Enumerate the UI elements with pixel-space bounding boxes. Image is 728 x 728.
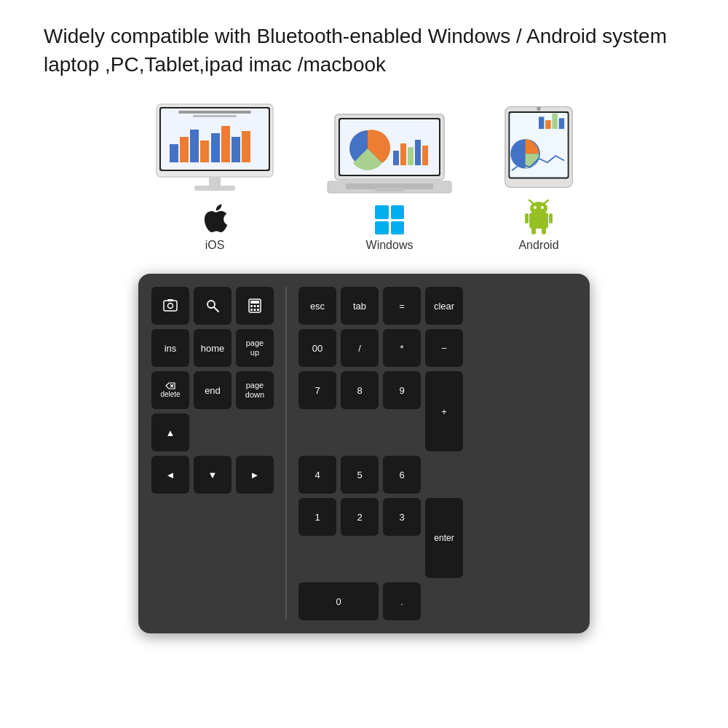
- svg-rect-45: [542, 227, 546, 234]
- tablet-image: [499, 103, 579, 191]
- left-row-1: [151, 287, 274, 325]
- pad-divider: [285, 287, 287, 620]
- svg-rect-22: [415, 140, 421, 165]
- windows-icon-area: Windows: [366, 205, 414, 252]
- svg-rect-26: [375, 188, 404, 191]
- svg-rect-46: [164, 301, 177, 311]
- svg-rect-31: [545, 120, 550, 129]
- svg-line-40: [529, 200, 533, 203]
- svg-rect-55: [257, 305, 259, 307]
- left-row-2: ins home pageup: [151, 329, 274, 367]
- svg-point-38: [534, 206, 537, 209]
- svg-rect-19: [393, 151, 399, 165]
- svg-rect-20: [400, 143, 406, 165]
- key-left[interactable]: ◄: [151, 456, 189, 494]
- windows-label: Windows: [366, 239, 414, 252]
- svg-rect-10: [242, 131, 250, 162]
- key-00[interactable]: 00: [298, 329, 336, 367]
- laptop-image: [324, 111, 455, 198]
- keyboard-section: ins home pageup delete end pagedown: [0, 266, 728, 641]
- key-right[interactable]: ►: [236, 456, 274, 494]
- svg-rect-48: [167, 299, 173, 301]
- device-ios: iOS: [149, 100, 280, 252]
- svg-rect-6: [200, 141, 209, 162]
- key-7[interactable]: 7: [298, 371, 336, 409]
- svg-rect-21: [408, 147, 414, 165]
- key-home[interactable]: home: [194, 329, 232, 367]
- device-windows: Windows: [324, 111, 455, 252]
- svg-rect-54: [254, 305, 256, 307]
- svg-rect-57: [254, 309, 256, 311]
- svg-rect-7: [211, 133, 220, 162]
- left-row-5: ◄ ▼ ►: [151, 456, 274, 494]
- key-dot[interactable]: .: [383, 582, 421, 620]
- device-android: Android: [499, 103, 579, 252]
- svg-rect-11: [178, 111, 251, 114]
- left-pad: ins home pageup delete end pagedown: [151, 287, 274, 620]
- right-row-1: esc tab = clear: [298, 287, 463, 325]
- key-0[interactable]: 0: [298, 582, 379, 620]
- key-plus[interactable]: +: [425, 371, 463, 451]
- key-minus[interactable]: −: [425, 329, 463, 367]
- svg-rect-9: [232, 137, 240, 162]
- svg-rect-56: [250, 309, 253, 311]
- apple-icon: [202, 202, 228, 234]
- key-divide[interactable]: /: [341, 329, 379, 367]
- key-down[interactable]: ▼: [194, 456, 232, 494]
- key-equals[interactable]: =: [383, 287, 421, 325]
- key-up[interactable]: ▲: [151, 414, 189, 451]
- svg-rect-43: [549, 213, 553, 223]
- svg-rect-14: [194, 186, 235, 191]
- left-row-4: ▲: [151, 414, 274, 451]
- svg-point-39: [541, 206, 544, 209]
- right-row-3: 7 8 9 +: [298, 371, 463, 451]
- ios-label: iOS: [205, 239, 225, 252]
- right-row-6: 0 .: [298, 582, 463, 620]
- svg-point-47: [168, 304, 173, 309]
- right-pad: esc tab = clear 00 / * − 7 8 9 +: [298, 287, 463, 620]
- devices-section: iOS: [0, 93, 728, 266]
- key-search[interactable]: [194, 287, 232, 325]
- key-esc[interactable]: esc: [298, 287, 336, 325]
- key-9[interactable]: 9: [383, 371, 421, 409]
- svg-rect-42: [525, 213, 529, 223]
- key-photo[interactable]: [151, 287, 189, 325]
- key-5[interactable]: 5: [341, 456, 379, 494]
- keyboard: ins home pageup delete end pagedown: [138, 274, 590, 633]
- svg-rect-33: [559, 119, 564, 130]
- svg-rect-23: [422, 146, 428, 165]
- key-8[interactable]: 8: [341, 371, 379, 409]
- key-enter[interactable]: enter: [425, 498, 463, 578]
- svg-rect-53: [250, 305, 253, 307]
- key-pageup[interactable]: pageup: [236, 329, 274, 367]
- key-multiply[interactable]: *: [383, 329, 421, 367]
- key-delete[interactable]: delete: [151, 371, 189, 409]
- key-pagedown[interactable]: pagedown: [236, 371, 274, 409]
- right-row-2: 00 / * −: [298, 329, 463, 367]
- key-4[interactable]: 4: [298, 456, 336, 494]
- key-2[interactable]: 2: [341, 498, 379, 536]
- android-icon-area: Android: [518, 198, 558, 252]
- key-3[interactable]: 3: [383, 498, 421, 536]
- svg-rect-58: [257, 309, 259, 311]
- svg-point-35: [537, 107, 541, 111]
- windows-icon: [375, 205, 404, 234]
- ios-icon-area: iOS: [202, 202, 228, 252]
- svg-rect-8: [221, 126, 230, 162]
- imac-image: [149, 100, 280, 195]
- key-1[interactable]: 1: [298, 498, 336, 536]
- key-calculator[interactable]: [236, 287, 274, 325]
- key-ins[interactable]: ins: [151, 329, 189, 367]
- svg-rect-12: [193, 115, 237, 117]
- key-6[interactable]: 6: [383, 456, 421, 494]
- svg-rect-4: [180, 137, 189, 162]
- svg-rect-52: [250, 301, 259, 304]
- svg-line-50: [214, 307, 218, 312]
- svg-line-41: [545, 200, 548, 203]
- android-label: Android: [518, 239, 558, 252]
- svg-rect-44: [531, 227, 536, 234]
- key-end[interactable]: end: [194, 371, 232, 409]
- key-clear[interactable]: clear: [425, 287, 463, 325]
- svg-rect-3: [170, 144, 178, 162]
- key-tab[interactable]: tab: [341, 287, 379, 325]
